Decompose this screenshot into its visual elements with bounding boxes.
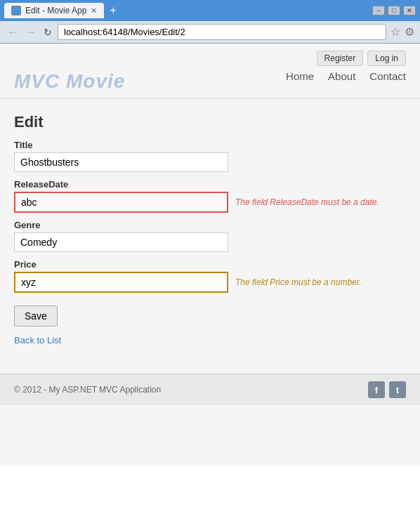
maximize-button[interactable]: □ [388,6,400,15]
back-to-list-link[interactable]: Back to List [14,335,61,345]
address-bar-row: ← → ↻ ☆ ⚙ [0,21,420,43]
title-bar-left: Edit - Movie App ✕ + [4,3,119,18]
release-date-field-group: ReleaseDate The field ReleaseDate must b… [14,179,406,213]
new-tab-button[interactable]: + [107,4,119,17]
release-date-label: ReleaseDate [14,179,406,190]
window-controls: − □ ✕ [372,6,416,15]
page-content: Register Log in MVC Movie Home About Con… [0,44,420,465]
nav-about[interactable]: About [328,70,355,82]
price-row: The field Price must be a number. [14,272,406,293]
minimize-button[interactable]: − [372,6,385,15]
main-nav: Home About Contact [125,70,406,89]
social-icons: f t [368,381,406,398]
header-top: Register Log in [14,51,406,70]
login-button[interactable]: Log in [367,51,406,66]
address-bar-input[interactable] [58,24,386,40]
save-button[interactable]: Save [14,305,58,327]
release-date-row: The field ReleaseDate must be a date. [14,192,406,213]
title-field-group: Title [14,140,406,172]
release-date-error: The field ReleaseDate must be a date. [235,197,379,207]
page-heading: Edit [14,113,406,131]
browser-chrome: Edit - Movie App ✕ + − □ ✕ ← → ↻ ☆ ⚙ [0,0,420,44]
site-title: MVC Movie [14,70,125,98]
footer-text: © 2012 - My ASP.NET MVC Application [14,385,161,395]
site-footer: © 2012 - My ASP.NET MVC Application f t [0,374,420,405]
forward-button[interactable]: → [24,26,38,39]
bookmark-star-button[interactable]: ☆ [391,25,400,39]
genre-field-group: Genre [14,220,406,252]
register-button[interactable]: Register [317,51,364,66]
price-input[interactable] [14,272,228,293]
settings-wrench-button[interactable]: ⚙ [405,25,414,39]
facebook-icon[interactable]: f [368,381,385,398]
genre-label: Genre [14,220,406,230]
price-error: The field Price must be a number. [235,277,362,287]
tab-title: Edit - Movie App [25,6,86,15]
browser-tab[interactable]: Edit - Movie App ✕ [4,3,104,18]
header-inner: MVC Movie Home About Contact [14,70,406,98]
site-header: Register Log in MVC Movie Home About Con… [0,44,420,99]
price-field-group: Price The field Price must be a number. [14,259,406,293]
close-button[interactable]: ✕ [403,6,416,15]
nav-contact[interactable]: Contact [369,70,406,82]
genre-input[interactable] [14,232,228,252]
nav-home[interactable]: Home [286,70,314,82]
release-date-input[interactable] [14,192,228,213]
title-bar: Edit - Movie App ✕ + − □ ✕ [0,0,420,21]
tab-favicon [11,6,21,15]
title-label: Title [14,140,406,150]
twitter-icon[interactable]: t [389,381,406,398]
title-input[interactable] [14,152,228,172]
refresh-button[interactable]: ↻ [42,27,53,38]
main-content: Edit Title ReleaseDate The field Release… [0,99,420,360]
price-label: Price [14,259,406,270]
back-button[interactable]: ← [6,26,20,39]
tab-close-icon[interactable]: ✕ [91,6,97,15]
